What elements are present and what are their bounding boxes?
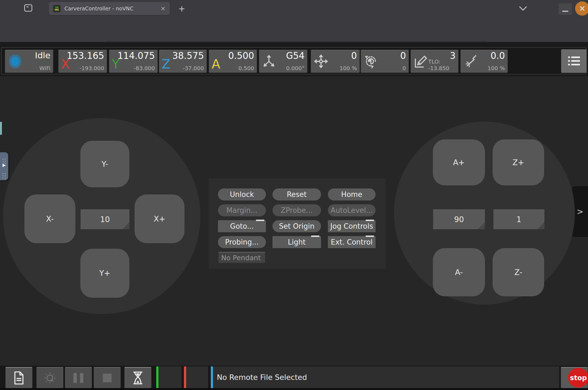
tool-tlo: TLO: -13.850 <box>428 58 458 71</box>
laser-value: 0.0 <box>491 50 505 61</box>
set-origin-button[interactable]: Set Origin <box>272 220 321 232</box>
drag-dots-icon <box>2 159 4 160</box>
laser-override: 100 % <box>487 65 505 71</box>
file-icon <box>13 371 25 385</box>
browser-tab[interactable]: no VNC CarveraController - noVNC × <box>49 2 170 15</box>
connection-dot-icon <box>9 54 21 68</box>
emergency-stop-button[interactable]: stop <box>561 367 588 388</box>
feed-cell[interactable]: 0 100 % <box>311 50 360 73</box>
tool-cell[interactable]: 3 TLO: -13.850 <box>411 50 458 73</box>
open-file-button[interactable] <box>5 367 32 388</box>
ext-control-button[interactable]: Ext. Control <box>328 236 376 248</box>
light-button[interactable]: Light <box>272 236 321 248</box>
feed-override: 100 % <box>339 65 357 71</box>
progress-segment-red <box>184 366 208 388</box>
axes-tripod-icon <box>262 54 276 69</box>
firefox-view-button[interactable] <box>21 2 35 14</box>
feed-value: 0 <box>351 50 357 61</box>
bottom-edge <box>0 388 588 390</box>
jog-x-plus-button[interactable]: X+ <box>135 194 184 243</box>
axis-a-value: 0.500 <box>228 50 254 61</box>
axis-z-label: Z <box>162 58 171 70</box>
run-settings-button <box>36 367 63 388</box>
home-machine-button[interactable]: Home <box>328 188 376 200</box>
jog-z-minus-button[interactable]: Z- <box>493 248 544 296</box>
minimize-button[interactable] <box>559 3 572 15</box>
unlock-button[interactable]: Unlock <box>218 188 266 200</box>
chevron-down-icon <box>518 5 528 12</box>
novnc-control-handle[interactable]: ▶ <box>0 152 8 180</box>
spindle-rotation-icon <box>363 53 378 69</box>
axis-z-cell[interactable]: Z 38.575 -37.000 <box>159 50 207 73</box>
screen: no VNC CarveraController - noVNC × + <box>0 0 588 390</box>
wcs-rotation: 0.000° <box>286 65 305 71</box>
spindle-sub: 0 <box>402 65 406 71</box>
job-timer-button[interactable] <box>124 367 151 388</box>
axis-x-value: 153.165 <box>67 50 104 61</box>
submenu-indicator <box>366 236 374 237</box>
drag-dots-icon <box>2 173 4 174</box>
wcs-cell[interactable]: G54 0.000° <box>259 50 307 73</box>
axis-y-sub: -83.000 <box>134 65 155 71</box>
red-marker <box>184 366 186 388</box>
axis-z-value: 38.575 <box>172 50 204 61</box>
laser-cell[interactable]: 0.0 100 % <box>461 50 508 73</box>
remote-file-status: No Remote File Selected <box>217 373 307 382</box>
list-tabs-button[interactable] <box>517 4 529 13</box>
axis-z-sub: -37.000 <box>183 65 204 71</box>
hourglass-icon <box>132 371 144 385</box>
window-close-button[interactable] <box>575 1 588 16</box>
z-step-button[interactable]: 1 <box>493 210 544 229</box>
no-pendant-status: No Pendant <box>218 252 265 263</box>
axis-a-label: A <box>212 58 220 70</box>
submenu-indicator <box>256 220 264 221</box>
minimize-icon <box>562 11 568 12</box>
a-step-button[interactable]: 90 <box>433 210 485 229</box>
feedrate-move-icon <box>314 53 328 69</box>
firefox-view-icon <box>24 4 33 12</box>
blue-marker <box>211 366 213 388</box>
file-status-panel: No Remote File Selected <box>211 366 559 388</box>
stop-circle-icon: stop <box>568 368 588 388</box>
expand-arrow-icon: ▶ <box>2 163 6 167</box>
jog-y-plus-button[interactable]: Y+ <box>80 249 129 298</box>
statusbar-menu-button[interactable] <box>561 49 587 73</box>
goto-button[interactable]: Goto... <box>218 220 266 232</box>
reset-button[interactable]: Reset <box>272 188 321 200</box>
connection-type: WiFi <box>39 65 51 71</box>
spindle-value: 0 <box>400 50 406 61</box>
axis-y-cell[interactable]: Y 114.075 -83.000 <box>109 50 158 73</box>
autolevel-button: AutoLevel... <box>328 204 376 216</box>
axis-a-sub: 0.500 <box>238 65 254 71</box>
axis-x-cell[interactable]: X 153.165 -193.000 <box>58 50 107 73</box>
xy-step-button[interactable]: 10 <box>81 210 129 229</box>
tab-title: CarveraController - noVNC <box>64 5 133 12</box>
novnc-favicon-icon: no VNC <box>53 5 61 12</box>
axis-y-value: 114.075 <box>118 50 155 61</box>
axis-x-sub: -193.000 <box>79 65 104 71</box>
novnc-status-bar <box>0 122 2 135</box>
jog-x-minus-button[interactable]: X- <box>24 194 75 243</box>
submenu-indicator <box>366 220 374 221</box>
stop-square-icon <box>103 374 112 382</box>
browser-toolbar: localhost:8080/vnc.html?path=vnc&autocon… <box>0 16 588 42</box>
close-icon <box>579 5 586 12</box>
pause-icon <box>73 373 83 383</box>
axis-a-cell[interactable]: A 0.500 0.500 <box>209 50 257 73</box>
wcs-value: G54 <box>286 50 305 61</box>
browser-titlebar: no VNC CarveraController - noVNC × + <box>0 0 588 16</box>
submenu-indicator <box>311 236 319 237</box>
spindle-cell[interactable]: 0 0 <box>361 50 409 73</box>
gear-play-icon <box>44 372 56 384</box>
laser-beam-icon <box>463 53 478 69</box>
tab-close-icon[interactable]: × <box>161 5 166 12</box>
jog-y-minus-button[interactable]: Y- <box>80 141 129 187</box>
stop-job-button <box>94 367 121 388</box>
jog-a-plus-button[interactable]: A+ <box>433 139 485 185</box>
jog-a-minus-button[interactable]: A- <box>433 248 485 296</box>
jog-z-plus-button[interactable]: Z+ <box>493 139 544 185</box>
new-tab-button[interactable]: + <box>177 4 187 13</box>
machine-state-cell[interactable]: Idle WiFi <box>5 50 53 73</box>
probing-button[interactable]: Probing... <box>218 236 266 248</box>
jog-controls-button[interactable]: Jog Controls <box>328 220 376 232</box>
